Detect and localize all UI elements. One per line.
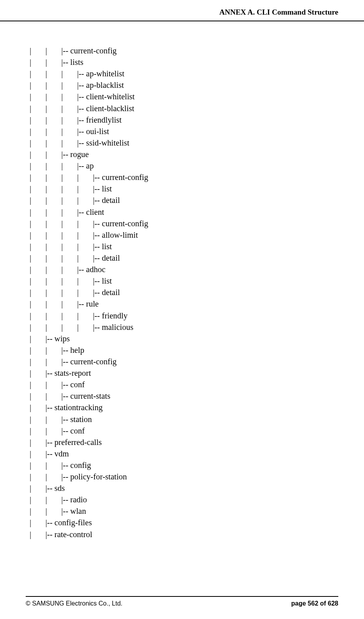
tree-line: | | | | |-- current-config	[30, 218, 364, 229]
tree-line: | | | |-- ap	[30, 160, 364, 172]
tree-line: | |-- config-files	[30, 517, 364, 528]
tree-line: | | |-- config	[30, 460, 364, 471]
tree-line: | | |-- rogue	[30, 149, 364, 160]
tree-line: | | | | |-- list	[30, 275, 364, 287]
tree-line: | | | | |-- friendly	[30, 310, 364, 322]
tree-line: | | | |-- ap-blacklist	[30, 80, 364, 91]
tree-line: | | |-- policy-for-station	[30, 471, 364, 483]
footer-copyright: © SAMSUNG Electronics Co., Ltd.	[26, 600, 123, 607]
tree-line: | | | | |-- detail	[30, 287, 364, 298]
tree-line: | | |-- radio	[30, 494, 364, 505]
tree-line: | | | |-- rule	[30, 298, 364, 310]
tree-line: | | | |-- client-whitelist	[30, 91, 364, 102]
tree-line: | |-- vdm	[30, 448, 364, 460]
page-header: ANNEX A. CLI Command Structure	[0, 0, 364, 21]
tree-line: | | |-- wlan	[30, 505, 364, 517]
tree-line: | | | | |-- allow-limit	[30, 229, 364, 241]
tree-line: | | | |-- friendlylist	[30, 114, 364, 126]
tree-line: | | | | |-- list	[30, 241, 364, 252]
tree-line: | | |-- help	[30, 345, 364, 356]
tree-line: | | |-- conf	[30, 379, 364, 390]
header-title: ANNEX A. CLI Command Structure	[219, 8, 338, 16]
tree-line: | | | |-- client	[30, 206, 364, 218]
tree-line: | | | |-- adhoc	[30, 264, 364, 275]
tree-line: | | | |-- client-blacklist	[30, 103, 364, 114]
footer-page-number: page 562 of 628	[291, 600, 338, 607]
tree-line: | | |-- conf	[30, 425, 364, 437]
tree-line: | | | | |-- detail	[30, 252, 364, 264]
cli-tree-content: | | |-- current-config| | |-- lists| | |…	[0, 21, 364, 540]
tree-line: | | |-- lists	[30, 57, 364, 68]
tree-line: | | | | |-- list	[30, 183, 364, 195]
tree-line: | | | | |-- current-config	[30, 172, 364, 183]
tree-line: | | |-- current-stats	[30, 390, 364, 402]
tree-line: | |-- rate-control	[30, 529, 364, 540]
tree-line: | | | |-- ap-whitelist	[30, 68, 364, 80]
tree-line: | | | |-- ssid-whitelist	[30, 137, 364, 149]
tree-line: | | |-- current-config	[30, 45, 364, 57]
tree-line: | | | | |-- malicious	[30, 322, 364, 333]
page-footer: © SAMSUNG Electronics Co., Ltd. page 562…	[0, 596, 364, 607]
tree-line: | | | |-- oui-list	[30, 126, 364, 137]
tree-line: | |-- wips	[30, 333, 364, 345]
tree-line: | |-- sds	[30, 483, 364, 494]
tree-line: | | |-- current-config	[30, 356, 364, 367]
tree-line: | |-- preferred-calls	[30, 437, 364, 448]
tree-line: | | |-- station	[30, 414, 364, 425]
tree-line: | |-- stats-report	[30, 367, 364, 379]
tree-line: | |-- stationtracking	[30, 402, 364, 413]
tree-line: | | | | |-- detail	[30, 195, 364, 206]
